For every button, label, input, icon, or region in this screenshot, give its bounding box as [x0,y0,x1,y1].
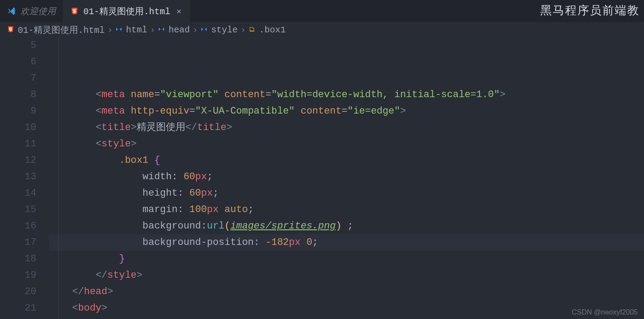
code-area[interactable]: <meta name="viewport" content="width=dev… [49,37,644,319]
chevron-right-icon: › [240,25,246,35]
breadcrumb-box1-label: .box1 [259,25,286,35]
line-number: 8 [0,87,36,103]
line-number: 21 [0,300,36,316]
code-line[interactable]: background:url(images/sprites.png) ; [49,218,644,234]
symbol-bracket-icon [158,26,166,34]
code-line[interactable]: height: 60px; [49,185,644,201]
symbol-bracket-icon [200,26,208,34]
line-number: 11 [0,136,36,152]
code-line[interactable]: </style> [49,267,644,284]
breadcrumb-head[interactable]: head [158,25,190,35]
line-number: 7 [0,70,36,87]
tab-active[interactable]: 01-精灵图使用.html ✕ [63,0,190,22]
vscode-icon [7,7,16,16]
close-icon[interactable]: ✕ [175,6,183,16]
breadcrumb-style[interactable]: style [200,25,238,35]
tab-active-label: 01-精灵图使用.html [83,5,170,17]
code-line[interactable]: <meta http-equiv="X-UA-Compatible" conte… [49,103,644,119]
line-number: 12 [0,152,36,169]
tab-welcome[interactable]: 欢迎使用 [0,0,63,22]
code-line[interactable]: .box1 { [49,152,644,169]
code-line[interactable]: background-position: -182px 0; [49,234,644,251]
symbol-class-icon [248,26,256,34]
code-line[interactable]: <body> [49,300,644,316]
line-number: 16 [0,218,36,234]
chevron-right-icon: › [192,25,198,35]
breadcrumb-html-label: html [126,25,147,35]
html5-icon [7,26,15,34]
line-number: 19 [0,267,36,284]
breadcrumb-file[interactable]: 01-精灵图使用.html [7,24,105,36]
watermark-bottom: CSDN @neoxyf2005 [572,308,638,316]
chevron-right-icon: › [150,25,155,35]
tab-welcome-label: 欢迎使用 [20,5,56,17]
breadcrumb-style-label: style [211,25,238,35]
line-number: 14 [0,185,36,201]
line-number: 6 [0,54,36,70]
breadcrumb: 01-精灵图使用.html › html › head › style › .b… [0,22,644,37]
line-number: 5 [0,37,36,54]
line-number: 20 [0,284,36,300]
line-number: 9 [0,103,36,119]
code-line[interactable]: <style> [49,136,644,152]
html5-icon [70,7,79,16]
code-line[interactable]: </head> [49,284,644,300]
code-line[interactable]: width: 60px; [49,169,644,185]
breadcrumb-file-label: 01-精灵图使用.html [18,24,105,36]
breadcrumb-html[interactable]: html [115,25,147,35]
code-line[interactable]: <div class="box1"></div> [49,316,644,319]
breadcrumb-head-label: head [169,25,190,35]
editor[interactable]: 56789101112131415161718192021 <meta name… [0,37,644,319]
tab-bar: 欢迎使用 01-精灵图使用.html ✕ 黑马程序员前端教 [0,0,644,22]
symbol-bracket-icon [115,26,123,34]
code-line[interactable]: } [49,251,644,267]
watermark-top: 黑马程序员前端教 [540,3,640,18]
line-number: 10 [0,119,36,136]
chevron-right-icon: › [107,25,113,35]
breadcrumb-box1[interactable]: .box1 [248,25,286,35]
line-number: 17 [0,234,36,251]
code-line[interactable]: <title>精灵图使用</title> [49,119,644,136]
line-number: 18 [0,251,36,267]
line-number-gutter: 56789101112131415161718192021 [0,37,49,319]
line-number: 13 [0,169,36,185]
line-number: 15 [0,201,36,218]
code-line[interactable]: margin: 100px auto; [49,201,644,218]
code-line[interactable]: <meta name="viewport" content="width=dev… [49,87,644,103]
